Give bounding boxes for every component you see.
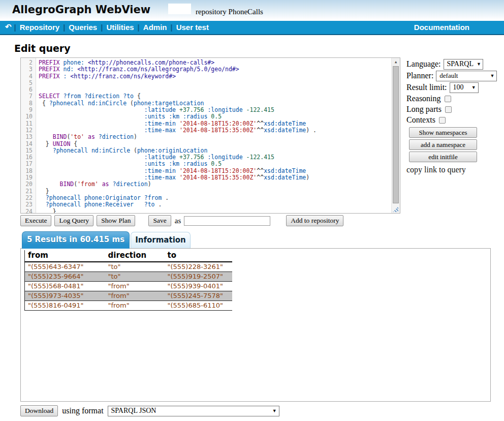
long-parts-row: Long parts (406, 104, 504, 114)
result-limit-select[interactable]: 100 ▼ (450, 82, 479, 93)
using-format-label: using format (62, 406, 103, 415)
result-cell: "(555)685-6110" (165, 301, 232, 311)
nav-separator: | (101, 23, 103, 32)
table-row: "(555)568-0481""from""(555)939-0401" (25, 282, 232, 291)
language-select-value: SPARQL (447, 60, 474, 68)
code-line: SELECT ?from ?direction ?to { (39, 93, 391, 100)
result-limit-select-value: 100 (453, 83, 464, 92)
editor-scrollbar[interactable]: ▲ (391, 58, 400, 213)
nav-separator: | (14, 23, 16, 32)
query-code-area[interactable]: PREFIX phone: <http://phonecalls.com/pho… (37, 59, 391, 213)
query-toolbar: Execute Log Query Show Plan Save as Add … (20, 215, 343, 226)
reasoning-label: Reasoning (406, 94, 441, 103)
tab-results[interactable]: 5 Results in 60.415 ms (22, 231, 130, 249)
line-number: 15 (21, 147, 36, 154)
result-cell: "to" (105, 272, 165, 282)
nav-item-repository[interactable]: Repository (20, 23, 59, 32)
result-limit-label: Result limit: (406, 83, 447, 92)
line-number: 13 (21, 134, 36, 140)
editor-line-numbers: 23456789101112131415161718192021222324 (21, 58, 36, 213)
result-cell: "(555)643-6347" (25, 262, 105, 272)
show-namespaces-button[interactable]: Show namespaces (409, 127, 477, 138)
line-number: 14 (21, 141, 36, 147)
contexts-label: Contexts (406, 115, 435, 125)
add-to-repository-button[interactable]: Add to repository (286, 215, 343, 226)
line-number: 20 (21, 181, 36, 188)
add-a-namespace-button[interactable]: add a namespace (409, 139, 477, 150)
page-title: Edit query (14, 43, 71, 54)
line-number: 19 (21, 174, 36, 181)
save-button[interactable]: Save (148, 215, 171, 226)
code-line: :units :km :radius 0.5 (39, 161, 391, 167)
download-row: Download using format SPARQL JSON ▼ (20, 405, 279, 416)
code-line: } (39, 208, 391, 213)
table-row: "(555)643-6347""to""(555)228-3261" (25, 262, 232, 272)
line-number: 18 (21, 168, 36, 174)
format-select-value: SPARQL JSON (111, 407, 156, 415)
chevron-down-icon: ▼ (490, 73, 494, 78)
code-line: :latitude +37.756 :longitude -122.415 (39, 154, 391, 161)
chevron-down-icon: ▼ (477, 62, 481, 67)
results-panel: fromdirectionto "(555)643-6347""to""(555… (20, 248, 491, 402)
back-arrow-icon[interactable]: ↶ (5, 22, 12, 32)
allegrograph-webview-app: AllegroGraph WebView repository PhoneCal… (0, 0, 504, 421)
chevron-down-icon: ▼ (272, 408, 277, 413)
scroll-up-icon[interactable]: ▲ (392, 58, 400, 66)
result-limit-row: Result limit: 100 ▼ (406, 82, 504, 93)
table-row: "(555)235-9664""to""(555)919-2507" (25, 272, 232, 282)
format-select[interactable]: SPARQL JSON ▼ (108, 406, 279, 416)
result-cell: "(555)816-0491" (25, 301, 105, 311)
column-header-to: to (165, 250, 232, 262)
save-as-input[interactable] (184, 216, 270, 226)
repository-prefix: repository (196, 8, 227, 16)
result-cell: "to" (105, 262, 165, 272)
line-number: 22 (21, 195, 36, 201)
copy-link-to-query-link[interactable]: copy link to query (406, 165, 504, 174)
table-row: "(555)816-0491""from""(555)685-6110" (25, 301, 232, 311)
nav-item-admin[interactable]: Admin (143, 23, 167, 32)
result-cell: "(555)973-4035" (25, 291, 105, 301)
nav-item-user-test[interactable]: User test (176, 23, 209, 32)
code-line: ?phonecall nd:inCircle (phone:originLoca… (39, 147, 391, 154)
result-cell: "(555)228-3261" (165, 262, 232, 272)
line-number: 4 (21, 73, 36, 80)
code-line: } (39, 188, 391, 195)
code-line: PREFIX nd: <http://franz.com/ns/allegrog… (39, 66, 391, 73)
nav-separator: | (138, 23, 140, 32)
show-plan-button[interactable]: Show Plan (97, 215, 135, 226)
code-line: :units :km :radius 0.5 (39, 113, 391, 120)
code-line: :time-max '2014-08-18T15:35:00Z'^^xsd:da… (39, 174, 391, 181)
scrollbar-thumb[interactable] (393, 66, 399, 203)
code-line (39, 80, 391, 86)
chevron-down-icon: ▼ (471, 85, 476, 90)
language-select[interactable]: SPARQL ▼ (444, 59, 483, 70)
planner-select-value: default (439, 72, 458, 80)
query-editor[interactable]: 23456789101112131415161718192021222324 P… (20, 57, 400, 214)
result-cell: "(555)939-0401" (165, 282, 232, 291)
code-line: { ?phonecall nd:inCircle (phone:targetLo… (39, 100, 391, 107)
tab-information[interactable]: Information (131, 232, 191, 248)
line-number: 2 (21, 59, 36, 66)
edit-initfile-button[interactable]: edit initfile (409, 152, 477, 162)
contexts-checkbox[interactable] (439, 117, 446, 124)
repository-label: repository PhoneCalls (196, 8, 263, 16)
nav-item-utilities[interactable]: Utilities (106, 23, 134, 32)
planner-row: Planner: default ▼ (406, 70, 504, 81)
execute-button[interactable]: Execute (20, 215, 51, 226)
reasoning-row: Reasoning (406, 94, 504, 104)
code-line: ?phonecall phone:Originator ?from . (39, 195, 391, 201)
table-row: "(555)973-4035""from""(555)245-7578" (25, 291, 232, 301)
nav-item-documentation[interactable]: Documentation (414, 23, 469, 32)
download-button[interactable]: Download (20, 405, 58, 416)
planner-select[interactable]: default ▼ (436, 71, 497, 81)
code-line: :time-max '2014-08-18T15:35:00Z'^^xsd:da… (39, 127, 391, 134)
code-line: :time-min '2014-08-18T15:20:00Z'^^xsd:da… (39, 168, 391, 174)
code-line: PREFIX : <http://franz.com/ns/keyword#> (39, 73, 391, 80)
long-parts-checkbox[interactable] (445, 106, 452, 113)
nav-item-queries[interactable]: Queries (69, 23, 97, 32)
line-number: 10 (21, 113, 36, 120)
line-number: 12 (21, 127, 36, 134)
reasoning-checkbox[interactable] (445, 96, 451, 102)
log-query-button[interactable]: Log Query (54, 215, 93, 226)
header: AllegroGraph WebView repository PhoneCal… (0, 0, 504, 21)
